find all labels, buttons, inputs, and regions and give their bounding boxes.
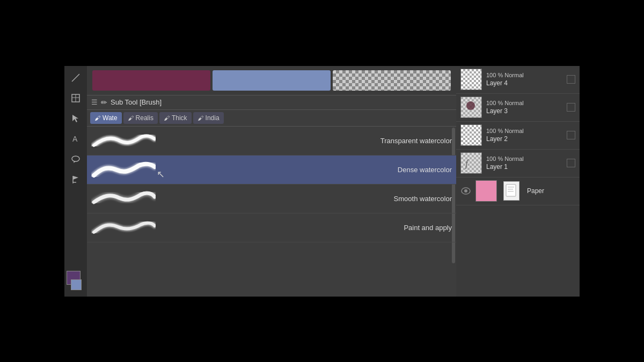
layer-info-4: 100 % Normal Layer 4: [486, 72, 524, 87]
layer-name-paper: Paper: [527, 187, 544, 195]
layer-name-2: Layer 2: [486, 135, 524, 143]
menu-icon: ☰: [91, 98, 98, 106]
brush-item-transparent[interactable]: Transparent watercolor: [87, 127, 456, 156]
layer-blend-1: 100 % Normal: [486, 156, 524, 162]
brush-tabs: 🖌 Wate 🖌 Realis 🖌 Thick 🖌 India: [87, 110, 456, 127]
tab-wate-label: Wate: [103, 114, 118, 122]
tab-thick-label: Thick: [172, 114, 187, 122]
svg-marker-9: [73, 176, 78, 180]
brush-item-smooth[interactable]: Smooth watercolor: [87, 184, 456, 213]
tab-wate-icon: 🖌: [94, 115, 100, 121]
brush-list: Transparent watercolor Dense watercolor …: [87, 127, 456, 297]
layer-item-2[interactable]: 100 % Normal Layer 2: [456, 122, 580, 150]
brush-preview-dense: [91, 157, 156, 182]
tab-india-label: India: [206, 114, 219, 122]
flag-tool[interactable]: [68, 172, 83, 187]
color-swatch-1[interactable]: [92, 70, 210, 91]
layer-name-1: Layer 1: [486, 163, 524, 171]
layer-info-1: 100 % Normal Layer 1: [486, 156, 524, 171]
layer-blend-3: 100 % Normal: [486, 100, 524, 106]
tab-realis[interactable]: 🖌 Realis: [123, 112, 158, 124]
layer-info-3: 100 % Normal Layer 3: [486, 100, 524, 115]
tab-realis-icon: 🖌: [128, 115, 134, 121]
brush-name-transparent: Transparent watercolor: [380, 137, 452, 145]
layer-info-2: 100 % Normal Layer 2: [486, 128, 524, 143]
layer-item-3[interactable]: 100 % Normal Layer 3: [456, 94, 580, 122]
svg-point-24: [464, 189, 467, 193]
layer-item-4[interactable]: 100 % Normal Layer 4: [456, 66, 580, 94]
layer-check-4[interactable]: [567, 75, 575, 84]
brush-preview-paint: [91, 215, 156, 240]
layer-name-4: Layer 4: [486, 79, 524, 87]
color-swatch-checker[interactable]: [333, 70, 451, 91]
svg-point-6: [72, 156, 79, 161]
brush-name-dense: Dense watercolor: [398, 166, 452, 174]
select-tool[interactable]: [68, 111, 83, 126]
line-tool[interactable]: [68, 70, 83, 85]
brush-preview-transparent: [91, 128, 156, 153]
layer-blend-2: 100 % Normal: [486, 128, 524, 134]
svg-rect-28: [508, 191, 514, 192]
layer-blend-4: 100 % Normal: [486, 72, 524, 78]
layer-thumb-4: [460, 69, 482, 90]
svg-text:A: A: [72, 135, 78, 143]
tab-india-icon: 🖌: [197, 115, 203, 121]
tab-thick-icon: 🖌: [164, 115, 170, 121]
left-toolbar: A: [64, 66, 87, 297]
layer-name-3: Layer 3: [486, 107, 524, 115]
sub-tool-title: Sub Tool [Brush]: [111, 98, 162, 106]
brush-name-paint: Paint and apply: [404, 224, 452, 232]
text-tool[interactable]: A: [68, 131, 83, 146]
layer-thumb-3: [460, 97, 482, 118]
layer-check-1[interactable]: [567, 159, 575, 167]
tab-india[interactable]: 🖌 India: [193, 112, 224, 124]
background-color[interactable]: [71, 279, 82, 290]
color-strip: [87, 66, 456, 95]
brush-header-icon: ✏: [101, 98, 107, 107]
layer-thumb-paper: [475, 180, 497, 202]
layer-icon-paper: [503, 181, 519, 201]
color-swatch-area: [67, 271, 85, 292]
brush-name-smooth: Smooth watercolor: [394, 195, 452, 203]
tab-realis-label: Realis: [136, 114, 153, 122]
middle-panel: ☰ ✏ Sub Tool [Brush] 🖌 Wate 🖌 Realis 🖌 T…: [87, 66, 456, 297]
layer-check-2[interactable]: [567, 131, 575, 139]
svg-line-0: [72, 74, 79, 82]
layer-thumb-1: f: [460, 152, 482, 174]
layer-check-3[interactable]: [567, 103, 575, 112]
svg-rect-26: [508, 187, 514, 188]
svg-marker-4: [72, 115, 78, 122]
visibility-icon[interactable]: [460, 187, 471, 195]
brush-item-paint[interactable]: Paint and apply: [87, 213, 456, 242]
svg-rect-25: [506, 184, 516, 196]
layer-item-paper[interactable]: Paper: [456, 178, 580, 205]
sub-tool-header: ☰ ✏ Sub Tool [Brush]: [87, 95, 456, 110]
app-window: A ☰ ✏ Sub Tool [Brush]: [64, 66, 580, 297]
color-swatch-2[interactable]: [213, 70, 331, 91]
speech-tool[interactable]: [68, 152, 83, 167]
frame-tool[interactable]: [68, 91, 83, 106]
svg-rect-17: [461, 153, 482, 174]
tab-wate[interactable]: 🖌 Wate: [90, 112, 122, 124]
layer-thumb-2: [460, 124, 482, 146]
tab-thick[interactable]: 🖌 Thick: [159, 112, 192, 124]
layer-item-1[interactable]: f 100 % Normal Layer 1: [456, 150, 580, 178]
brush-item-dense[interactable]: Dense watercolor ↖: [87, 156, 456, 184]
right-panel: 100 % Normal Layer 4: [456, 66, 580, 297]
brush-preview-smooth: [91, 186, 156, 211]
svg-point-16: [466, 101, 475, 110]
svg-rect-27: [508, 189, 513, 190]
